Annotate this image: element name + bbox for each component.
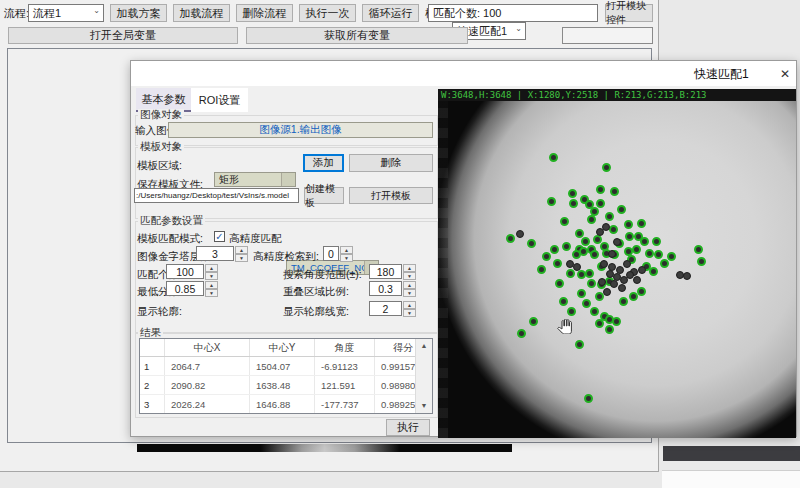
scroll-down-icon[interactable]: ▼ — [416, 399, 432, 413]
row-number-header — [140, 339, 165, 357]
flow-select[interactable]: 流程1 ⌄ — [28, 4, 104, 22]
input-image-select[interactable]: 图像源1.输出图像 — [168, 122, 433, 138]
pyramid-spinner[interactable]: 3 ▲▼ — [196, 246, 248, 261]
spin-up-icon[interactable]: ▲ — [403, 281, 416, 289]
load-flow-button[interactable]: 加载流程 — [173, 4, 230, 22]
match-contour-dot — [585, 269, 594, 278]
min-score-spinner[interactable]: 0.85 ▲▼ — [166, 281, 218, 296]
run-once-button[interactable]: 执行一次 — [299, 4, 356, 22]
particle-dot — [573, 263, 581, 271]
table-row[interactable]: 12064.71504.07-6.911230.991572 — [140, 357, 432, 376]
particle-dot — [608, 250, 616, 258]
create-template-button[interactable]: 创建模板 — [304, 187, 344, 204]
angle-range-spinner[interactable]: 180 ▲▼ — [369, 264, 416, 279]
dots-layer — [438, 89, 796, 438]
contour-width-spinner[interactable]: 2 ▲▼ — [369, 301, 416, 316]
match-contour-dot — [590, 307, 599, 316]
spinner-arrows[interactable]: ▲▼ — [403, 264, 416, 279]
match-contour-dot — [577, 289, 586, 298]
match-contour-dot — [579, 247, 588, 256]
image-object-group-label: 图像对象 — [138, 109, 184, 120]
match-contour-dot — [654, 250, 663, 259]
spinner-arrows[interactable]: ▲▼ — [205, 264, 218, 279]
spin-up-icon[interactable]: ▲ — [235, 246, 248, 254]
open-global-vars-button[interactable]: 打开全局变量 — [8, 27, 238, 44]
background-dark-bar — [663, 446, 800, 461]
table-cell: 121.591 — [315, 376, 375, 395]
spin-down-icon[interactable]: ▼ — [403, 289, 416, 297]
template-region-select[interactable]: 矩形 — [214, 172, 296, 187]
table-row[interactable]: 22090.821638.48121.5910.989801 — [140, 376, 432, 395]
match-contour-dot — [595, 319, 604, 328]
column-header: 中心X — [165, 339, 250, 357]
table-scrollbar[interactable]: ▲ ▼ — [415, 339, 432, 413]
spinner-arrows[interactable]: ▲▼ — [403, 301, 416, 316]
overlap-spinner[interactable]: 0.3 ▲▼ — [369, 281, 416, 296]
match-contour-dot — [559, 297, 568, 306]
spinner-arrows[interactable]: ▲▼ — [205, 281, 218, 296]
spin-down-icon[interactable]: ▼ — [340, 254, 353, 262]
image-viewer[interactable]: W:3648,H:3648 | X:1280,Y:2518 | R:213,G:… — [438, 89, 796, 438]
open-module-control-button[interactable]: 打开模块控件 — [605, 4, 653, 22]
match-contour-dot — [549, 153, 558, 162]
spin-up-icon[interactable]: ▲ — [205, 264, 218, 272]
match-contour-dot — [609, 225, 618, 234]
table-cell: 2064.7 — [165, 357, 250, 376]
contour-width-label: 显示轮廓线宽: — [283, 305, 349, 319]
get-all-vars-button[interactable]: 获取所有变量 — [246, 27, 468, 44]
match-contour-dot — [569, 199, 578, 208]
delete-flow-button[interactable]: 删除流程 — [236, 4, 293, 22]
flow-select-value: 流程1 — [33, 6, 61, 21]
spinner-arrows[interactable]: ▲▼ — [340, 246, 353, 261]
spinner-arrows[interactable]: ▲▼ — [235, 246, 248, 261]
scroll-up-icon[interactable]: ▲ — [416, 339, 432, 353]
spin-up-icon[interactable]: ▲ — [403, 301, 416, 309]
spin-down-icon[interactable]: ▼ — [403, 309, 416, 317]
column-header: 中心Y — [250, 339, 315, 357]
match-contour-dot — [645, 249, 654, 258]
loop-run-button[interactable]: 循环运行 — [362, 4, 419, 22]
chevron-down-icon: ⌄ — [93, 6, 100, 15]
close-icon[interactable]: ✕ — [775, 64, 795, 83]
match-contour-dot — [566, 269, 575, 278]
match-contour-dot — [550, 245, 559, 254]
tab-roi-settings[interactable]: ROI设置 — [191, 88, 248, 112]
table-cell: 1638.48 — [250, 376, 315, 395]
spin-up-icon[interactable]: ▲ — [205, 281, 218, 289]
match-contour-dot — [605, 212, 614, 221]
dialog-titlebar[interactable]: 快速匹配1 ✕ — [131, 61, 796, 86]
match-count-value: 100 — [166, 264, 204, 279]
high-precision-checkbox[interactable]: ✓ — [214, 231, 225, 242]
show-contour-label: 显示轮廓: — [137, 305, 182, 319]
match-contour-dot — [596, 185, 605, 194]
match-contour-dot — [632, 245, 641, 254]
delete-button[interactable]: 删除 — [349, 154, 433, 172]
load-plan-button[interactable]: 加载方案 — [110, 4, 167, 22]
spin-up-icon[interactable]: ▲ — [403, 264, 416, 272]
match-count-spinner[interactable]: 100 ▲▼ — [166, 264, 218, 279]
particle-dot — [618, 284, 626, 292]
spin-down-icon[interactable]: ▼ — [235, 254, 248, 262]
execute-button[interactable]: 执行 — [386, 419, 430, 436]
table-row[interactable]: 32026.241646.88-177.7370.989255 — [140, 395, 432, 414]
match-contour-dot — [555, 279, 564, 288]
open-template-button[interactable]: 打开模板 — [349, 187, 433, 204]
precision-spinner[interactable]: 0 ▲▼ — [323, 246, 353, 261]
particle-dot — [516, 230, 524, 238]
image-strip-thumbnail — [137, 444, 512, 452]
match-contour-dot — [652, 237, 661, 246]
spin-down-icon[interactable]: ▼ — [205, 289, 218, 297]
table-cell: -177.737 — [315, 395, 375, 414]
spin-down-icon[interactable]: ▼ — [403, 272, 416, 280]
overlap-label: 重叠区域比例: — [283, 285, 349, 299]
precision-value: 0 — [323, 246, 339, 261]
angle-range-value: 180 — [369, 264, 402, 279]
particle-dot — [596, 228, 604, 236]
spin-up-icon[interactable]: ▲ — [340, 246, 353, 254]
chevron-down-icon: ⌄ — [515, 24, 522, 33]
result-table[interactable]: 中心X中心Y角度得分 12064.71504.07-6.911230.99157… — [139, 338, 433, 414]
add-button[interactable]: 添加 — [303, 154, 344, 172]
spinner-arrows[interactable]: ▲▼ — [403, 281, 416, 296]
spin-down-icon[interactable]: ▼ — [205, 272, 218, 280]
template-path-input[interactable]: :/Users/huangz/Desktop/test/VsIns/s.mode… — [134, 188, 299, 203]
